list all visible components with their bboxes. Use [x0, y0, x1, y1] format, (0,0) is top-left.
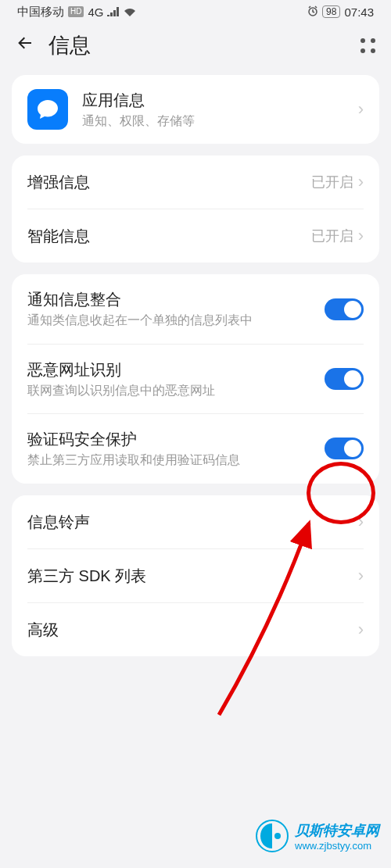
malicious-subtitle: 联网查询以识别信息中的恶意网址: [27, 382, 325, 399]
status-bar: 中国移动 HD 4G 98 07:43: [0, 0, 391, 23]
row-merge[interactable]: 通知信息整合 通知类信息收起在一个单独的信息列表中: [12, 274, 379, 343]
sdk-title: 第三方 SDK 列表: [27, 565, 358, 587]
network-label: 4G: [88, 5, 103, 19]
row-malicious[interactable]: 恶意网址识别 联网查询以识别信息中的恶意网址: [12, 345, 379, 413]
malicious-title: 恶意网址识别: [27, 359, 325, 380]
watermark-url: www.zjbstyy.com: [295, 840, 379, 852]
enhanced-value: 已开启: [311, 173, 353, 191]
back-button[interactable]: [16, 33, 34, 58]
chevron-right-icon: ›: [358, 620, 364, 640]
battery-level: 98: [326, 6, 336, 17]
smart-value: 已开启: [311, 227, 353, 245]
malicious-toggle[interactable]: [325, 368, 364, 390]
row-ringtone[interactable]: 信息铃声 ›: [12, 495, 379, 548]
panel-other: 信息铃声 › 第三方 SDK 列表 › 高级 ›: [12, 495, 379, 656]
panel-features: 增强信息 已开启 › 智能信息 已开启 ›: [12, 155, 379, 263]
row-advanced[interactable]: 高级 ›: [12, 603, 379, 656]
chevron-right-icon: ›: [358, 566, 364, 586]
panel-app-info: 应用信息 通知、权限、存储等 ›: [12, 75, 379, 144]
verify-toggle[interactable]: [325, 438, 364, 459]
enhanced-title: 增强信息: [27, 171, 311, 193]
nav-bar: 信息: [0, 23, 391, 75]
carrier-label: 中国移动: [17, 5, 64, 20]
app-info-subtitle: 通知、权限、存储等: [82, 113, 358, 130]
watermark-title: 贝斯特安卓网: [295, 821, 379, 840]
advanced-title: 高级: [27, 619, 358, 641]
status-right: 98 07:43: [307, 5, 374, 19]
merge-subtitle: 通知类信息收起在一个单独的信息列表中: [27, 312, 325, 329]
merge-toggle[interactable]: [325, 298, 364, 320]
row-app-info[interactable]: 应用信息 通知、权限、存储等 ›: [12, 75, 379, 144]
chevron-right-icon: ›: [358, 226, 364, 246]
signal-icon: [107, 5, 120, 19]
menu-button[interactable]: [361, 38, 375, 53]
ringtone-title: 信息铃声: [27, 511, 358, 533]
app-info-title: 应用信息: [82, 89, 358, 111]
chevron-right-icon: ›: [358, 99, 364, 120]
panel-settings: 通知信息整合 通知类信息收起在一个单独的信息列表中 恶意网址识别 联网查询以识别…: [12, 274, 379, 483]
chevron-right-icon: ›: [358, 512, 364, 532]
verify-title: 验证码安全保护: [27, 428, 325, 450]
watermark: 贝斯特安卓网 www.zjbstyy.com: [256, 820, 379, 852]
alarm-icon: [307, 5, 318, 19]
merge-title: 通知信息整合: [27, 288, 325, 310]
svg-point-3: [274, 833, 281, 839]
battery-indicator: 98: [322, 5, 340, 18]
row-enhanced[interactable]: 增强信息 已开启 ›: [12, 155, 379, 209]
hd-badge: HD: [68, 6, 84, 17]
row-verify[interactable]: 验证码安全保护 禁止第三方应用读取和使用验证码信息: [12, 414, 379, 483]
wifi-icon: [124, 5, 136, 19]
smart-title: 智能信息: [27, 225, 311, 247]
verify-subtitle: 禁止第三方应用读取和使用验证码信息: [27, 452, 325, 469]
page-title: 信息: [48, 31, 361, 59]
status-left: 中国移动 HD 4G: [17, 5, 136, 20]
chevron-right-icon: ›: [358, 172, 364, 192]
row-smart[interactable]: 智能信息 已开启 ›: [12, 209, 379, 263]
app-icon: [27, 89, 68, 130]
row-sdk[interactable]: 第三方 SDK 列表 ›: [12, 549, 379, 602]
watermark-icon: [256, 820, 289, 852]
time-label: 07:43: [344, 5, 374, 19]
